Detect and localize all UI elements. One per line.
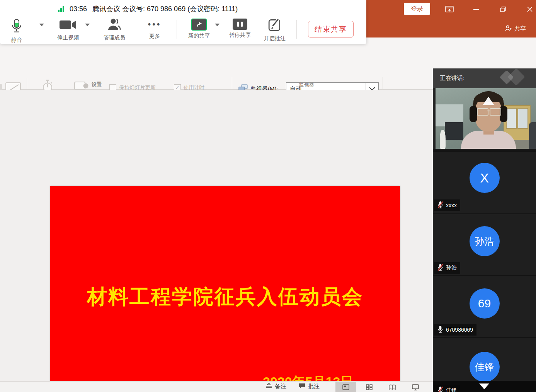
video-options-caret[interactable] [85,24,90,26]
glasses [477,108,488,116]
participant-tile[interactable]: 孙浩 孙浩 [433,213,536,276]
mute-options-caret[interactable] [39,24,44,26]
meeting-logo-icon [507,68,525,86]
mic-muted-icon [437,264,443,273]
members-icon [107,18,121,32]
participant-tile[interactable]: 69 670986069 [433,275,536,338]
restore-icon[interactable] [498,5,508,14]
glasses [490,108,501,116]
new-share-button[interactable]: 新的共享 [186,19,212,39]
participant-name-badge: 孙浩 [434,262,460,274]
video-overlay-triangle [483,97,494,105]
mic-on-icon [437,326,443,334]
notes-button[interactable]: 备注 [265,383,286,390]
avatar: 孙浩 [470,226,500,256]
signal-strength-icon [58,6,64,12]
video-sidebar: 正在讲话: [433,68,536,392]
toolbar-separator [177,20,177,39]
more-button[interactable]: ••• 更多 [144,18,165,40]
toolbar-separator [296,20,297,39]
meeting-duration: 03:56 [70,5,87,13]
pause-share-button[interactable]: 暂停共享 [227,19,253,39]
headphone-left-icon [470,106,477,122]
avatar: 佳锋 [470,352,500,382]
microphone-icon [11,19,22,35]
comments-button[interactable]: 批注 [298,383,320,390]
group-setup-label: 设置 [77,81,116,88]
stop-video-button[interactable]: 停止视频 [54,19,82,41]
participant-name-badge: xxxx [434,199,460,211]
add-person-icon [505,24,512,33]
webcam-video [436,88,536,149]
avatar: X [470,163,500,193]
view-slide-sorter-button[interactable] [359,382,379,392]
notes-icon [265,383,272,390]
more-dots-icon: ••• [148,18,161,31]
second-person [529,122,536,149]
minimize-icon[interactable] [471,5,481,14]
view-reading-button[interactable] [382,382,403,392]
ppt-share-button[interactable]: 共享 [505,24,526,33]
view-normal-button[interactable] [335,382,356,392]
speaker-video-tile[interactable]: 王慢慢大人 [433,88,536,149]
annotation-pen-icon [268,18,282,33]
room-vase [440,130,446,149]
mic-muted-icon [437,201,443,210]
meeting-toolbar: 03:56 腾讯会议 会议号: 670 986 069 (会议密码: 1111)… [0,0,366,44]
scroll-down-icon[interactable] [479,383,489,389]
participant-name-badge: 670986069 [434,324,476,336]
participant-name-badge: 佳锋 [434,385,460,392]
slide[interactable]: 材料工程学院征兵入伍动员会 2020年5月13日 [50,186,400,392]
manage-members-button[interactable]: 管理成员 [100,18,129,41]
participant-tile[interactable]: X xxxx [433,151,536,214]
mute-button[interactable]: 静音 [5,19,28,44]
share-options-caret[interactable] [215,24,220,26]
login-button[interactable]: 登录 [404,3,430,15]
mic-muted-icon [437,386,443,392]
glasses-bridge [487,111,490,111]
slide-title: 材料工程学院征兵入伍动员会 [50,283,400,310]
start-annotation-button[interactable]: 开启批注 [262,18,288,42]
screen: 登录 共享 映 隐藏幻灯片 [0,0,536,392]
speaking-header: 正在讲话: [433,68,536,88]
camera-icon [59,19,77,32]
screen-share-icon [191,19,207,31]
comment-icon [298,383,306,390]
meeting-id-text: 腾讯会议 会议号: 670 986 069 (会议密码: 1111) [92,4,238,14]
avatar: 69 [470,288,500,319]
close-icon[interactable] [525,5,535,14]
speaking-label: 正在讲话: [440,75,465,82]
ribbon-display-options-icon[interactable] [444,5,454,14]
end-share-button[interactable]: 结束共享 [308,21,354,37]
pause-icon [233,19,247,30]
view-slideshow-button[interactable] [405,382,426,392]
room-monitor [445,122,463,140]
meeting-info: 03:56 腾讯会议 会议号: 670 986 069 (会议密码: 1111) [58,3,238,15]
group-monitors-label: 监视器 [288,81,325,88]
